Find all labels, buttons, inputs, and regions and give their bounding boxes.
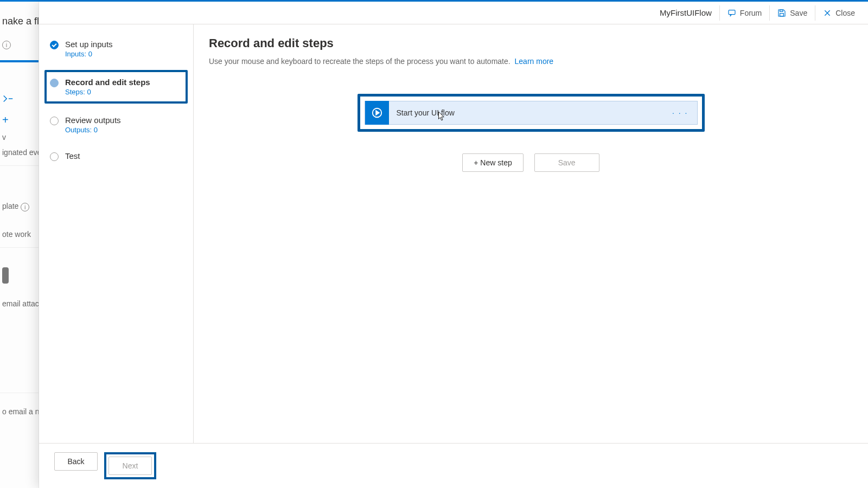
step-review-outputs[interactable]: Review outputs Outputs: 0 (47, 110, 186, 139)
step-record-edit[interactable]: Record and edit steps Steps: 0 (44, 70, 188, 104)
learn-more-link[interactable]: Learn more (515, 57, 554, 66)
info-icon: i (2, 41, 11, 49)
bg-text: v (0, 130, 39, 145)
step-setup-inputs[interactable]: Set up inputs Inputs: 0 (47, 34, 186, 63)
save-button[interactable]: Save (770, 5, 815, 21)
pending-step-icon (50, 117, 59, 125)
step-title: Record and edit steps (65, 78, 150, 87)
forum-button[interactable]: Forum (720, 5, 770, 21)
next-button[interactable]: Next (108, 457, 152, 475)
flow-icon (2, 93, 14, 105)
save-icon (777, 9, 786, 17)
step-title: Review outputs (65, 115, 121, 125)
bg-text: plate i (0, 198, 39, 214)
save-step-button[interactable]: Save (534, 153, 599, 172)
bg-text: ote work (0, 227, 39, 242)
step-subtext: Outputs: 0 (65, 126, 121, 134)
bg-heading: nake a fl (0, 12, 39, 30)
step-test[interactable]: Test (47, 146, 186, 166)
chat-icon (727, 9, 736, 17)
svg-rect-2 (780, 13, 784, 16)
next-button-highlight: Next (104, 452, 156, 479)
back-button[interactable]: Back (54, 452, 98, 471)
footer: Back Next (39, 443, 868, 488)
pending-step-icon (50, 152, 59, 161)
bg-text: o email a n (0, 404, 39, 419)
page-description: Use your mouse and keyboard to recreate … (209, 57, 853, 66)
check-icon (50, 41, 59, 49)
more-options-icon[interactable]: · · · (663, 108, 697, 117)
page-title: Record and edit steps (209, 36, 853, 50)
bg-button-fragment (2, 267, 9, 284)
svg-rect-0 (729, 10, 735, 14)
new-step-button[interactable]: + New step (462, 153, 523, 172)
active-step-icon (50, 79, 59, 87)
close-label: Close (835, 5, 855, 21)
panel-header: MyFirstUIFlow Forum Save Close (39, 2, 868, 24)
bg-text: email attac (0, 296, 39, 311)
flow-card-highlight: Start your UI flow · · · (358, 94, 705, 132)
step-title: Set up inputs (65, 40, 113, 49)
svg-rect-1 (780, 10, 783, 11)
ui-flow-panel: MyFirstUIFlow Forum Save Close Set u (39, 2, 868, 488)
flow-card-label: Start your UI flow (389, 108, 664, 117)
background-page: nake a fl i + v ignated even plate i ote… (0, 2, 39, 488)
record-icon (365, 101, 389, 125)
info-icon: i (21, 203, 29, 211)
close-button[interactable]: Close (815, 5, 863, 21)
steps-sidebar: Set up inputs Inputs: 0 Record and edit … (39, 24, 194, 443)
step-subtext: Inputs: 0 (65, 50, 113, 58)
save-label: Save (790, 5, 807, 21)
step-title: Test (65, 151, 80, 160)
step-subtext: Steps: 0 (65, 88, 150, 96)
close-icon (823, 9, 832, 17)
bg-text: ignated even (0, 145, 39, 160)
flow-name: MyFirstUIFlow (652, 5, 720, 21)
content-area: Record and edit steps Use your mouse and… (194, 24, 868, 443)
start-ui-flow-card[interactable]: Start your UI flow · · · (365, 101, 698, 125)
forum-label: Forum (740, 5, 762, 21)
